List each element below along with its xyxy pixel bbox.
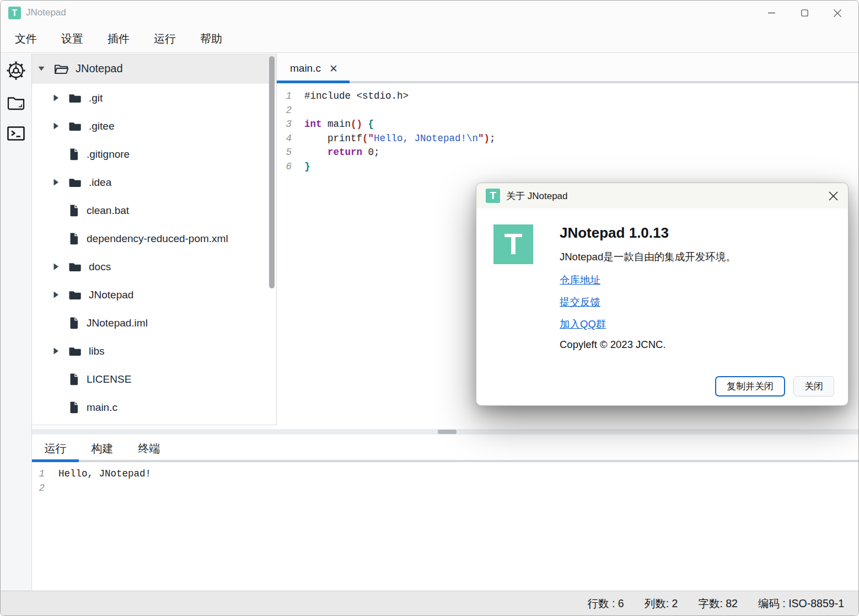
bottom-active-tab-indicator: [32, 459, 79, 462]
tree-item-docs[interactable]: docs: [32, 253, 276, 281]
tree-item-label: docs: [89, 261, 111, 273]
code-token: ;: [490, 133, 496, 144]
line-number: 2: [277, 105, 292, 119]
about-description: JNotepad是一款自由的集成开发环境。: [560, 250, 736, 264]
line-number: 6: [277, 161, 292, 175]
horizontal-splitter[interactable]: [32, 429, 859, 435]
code-token: main: [322, 119, 351, 130]
code-token: printf: [304, 133, 362, 144]
menu-bar: 文件设置插件运行帮助: [1, 25, 858, 53]
menu-item-file[interactable]: 文件: [14, 31, 38, 46]
tab-close-icon[interactable]: ✕: [329, 63, 338, 74]
dialog-title-bar: T 关于 JNotepad: [476, 183, 848, 208]
tree-item-label: .git: [89, 92, 103, 104]
splitter-drag-handle[interactable]: [438, 430, 457, 434]
bottom-tab-terminal[interactable]: 终端: [126, 435, 173, 462]
tree-item-dependency-reduced-pom-xml[interactable]: dependency-reduced-pom.xml: [32, 224, 276, 253]
line-number: 3: [277, 119, 292, 133]
folder-icon: [68, 177, 82, 188]
terminal-icon: [7, 125, 25, 142]
code-line-4: 4 printf("Hello, JNotepad!\n");: [277, 133, 859, 147]
tab-main-c[interactable]: main.c ✕: [277, 53, 348, 83]
chevron-wrap[interactable]: [52, 291, 59, 298]
code-token: (): [351, 119, 362, 130]
menu-item-settings[interactable]: 设置: [60, 31, 84, 46]
tree-item-git[interactable]: .git: [32, 84, 276, 112]
code-token: return: [328, 147, 362, 158]
tree-scrollbar-thumb[interactable]: [269, 56, 275, 288]
editor-tab-bar: main.c ✕: [277, 53, 859, 83]
tab-bar-border: [277, 81, 859, 83]
chevron-wrap[interactable]: [52, 347, 59, 355]
file-icon: [68, 317, 79, 330]
bottom-tab-run[interactable]: 运行: [32, 435, 79, 462]
tree-item-gitignore[interactable]: .gitignore: [32, 140, 276, 168]
file-icon-wrap: [68, 232, 79, 245]
tree-item-label: libs: [89, 345, 105, 357]
code-token: [304, 147, 328, 158]
code-editor[interactable]: 1#include <stdio.h>23int main() {4 print…: [277, 83, 859, 175]
bottom-tab-build[interactable]: 构建: [79, 435, 126, 462]
tree-item-license[interactable]: LICENSE: [32, 365, 276, 393]
chevron-right-icon: [53, 122, 59, 130]
code-token: int: [304, 119, 322, 130]
chevron-right-icon: [53, 179, 59, 186]
tree-item-label: LICENSE: [87, 373, 131, 385]
feedback-link[interactable]: 提交反馈: [560, 295, 600, 309]
folder-icon-wrap: [68, 177, 82, 188]
minimize-button[interactable]: [755, 1, 788, 25]
menu-item-run[interactable]: 运行: [153, 31, 177, 46]
tree-item-jnotepad-iml[interactable]: JNotepad.iml: [32, 309, 276, 337]
tree-item-main-c[interactable]: main.c: [32, 393, 276, 421]
tree-item-label: main.c: [87, 401, 117, 414]
run-console[interactable]: 1Hello, JNotepad!2: [32, 462, 859, 496]
file-icon-wrap: [68, 373, 79, 386]
file-icon-wrap: [68, 401, 79, 414]
dialog-title: 关于 JNotepad: [506, 190, 568, 202]
tree-item-clean-bat[interactable]: clean.bat: [32, 196, 276, 224]
chevron-wrap[interactable]: [52, 122, 59, 130]
code-line-text: #include <stdio.h>: [304, 90, 409, 105]
console-line-1: 1Hello, JNotepad!: [32, 468, 859, 483]
dialog-button-row: 复制并关闭关闭: [715, 376, 834, 397]
settings-gear-button[interactable]: [5, 60, 27, 82]
tree-item-gitee[interactable]: .gitee: [32, 112, 276, 140]
status-char-count: 字数: 82: [698, 596, 738, 611]
line-number: 5: [277, 147, 292, 161]
console-line-number: 2: [32, 483, 45, 497]
chevron-right-icon: [53, 263, 59, 270]
tree-item-label: .gitee: [89, 120, 114, 132]
activity-bar: [1, 53, 32, 592]
close-button[interactable]: 关闭: [793, 376, 834, 397]
chevron-wrap[interactable]: [52, 179, 59, 186]
chevron-wrap[interactable]: [52, 263, 59, 270]
code-token: [362, 119, 368, 130]
folder-panel-button[interactable]: [5, 91, 27, 113]
menu-item-help[interactable]: 帮助: [199, 31, 223, 46]
line-number: 4: [277, 133, 292, 147]
close-window-button[interactable]: [821, 1, 854, 25]
copyright-text: Copyleft © 2023 JCNC.: [560, 339, 666, 351]
root-chevron-wrap[interactable]: [38, 66, 45, 72]
copy-and-close-button[interactable]: 复制并关闭: [715, 376, 785, 397]
tree-root-row-jnotepad[interactable]: JNotepad: [32, 53, 276, 84]
root-folder-icon-wrap: [54, 63, 68, 75]
tree-item-idea[interactable]: .idea: [32, 168, 276, 196]
chevron-wrap[interactable]: [52, 94, 59, 101]
tree-item-libs[interactable]: libs: [32, 337, 276, 365]
menu-item-plugins[interactable]: 插件: [106, 31, 131, 46]
code-line-text: int main() {: [304, 119, 374, 133]
tree-item-label: .gitignore: [87, 148, 130, 160]
code-line-6: 6}: [277, 161, 859, 175]
repo-link[interactable]: 仓库地址: [560, 273, 600, 287]
tree-item-jnotepad[interactable]: JNotepad: [32, 281, 276, 309]
maximize-button[interactable]: [788, 1, 821, 25]
code-line-5: 5 return 0;: [277, 147, 859, 161]
code-token: (": [362, 133, 374, 144]
qq-group-link[interactable]: 加入QQ群: [560, 317, 606, 331]
dialog-close-button[interactable]: [827, 190, 839, 202]
terminal-panel-button[interactable]: [5, 122, 27, 144]
tree-item-label: JNotepad.iml: [87, 317, 148, 329]
folder-icon: [68, 261, 82, 272]
console-line-number: 1: [32, 468, 45, 483]
